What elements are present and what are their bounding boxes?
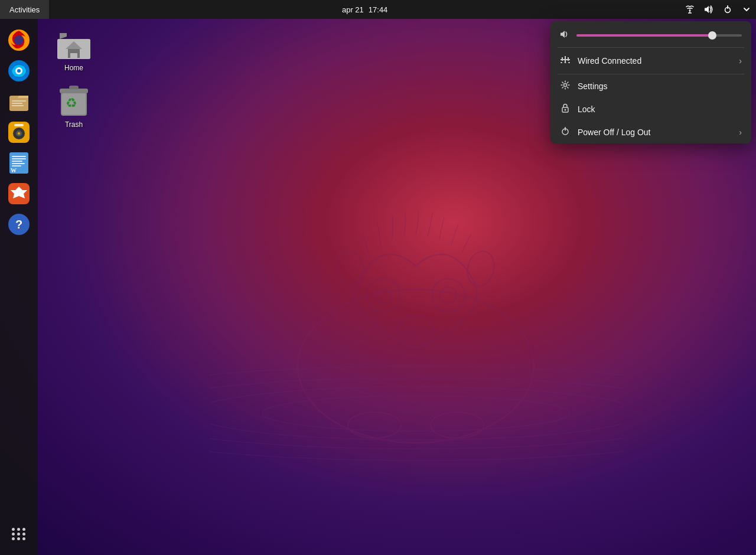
svg-rect-37 xyxy=(12,158,26,159)
trash-icon-label: Trash xyxy=(65,120,83,129)
dock: W ? xyxy=(0,19,38,555)
svg-point-16 xyxy=(689,9,691,11)
desktop-wallpaper-hippo xyxy=(209,118,623,472)
svg-rect-27 xyxy=(12,100,26,102)
svg-point-3 xyxy=(262,396,569,431)
lock-label: Lock xyxy=(578,105,742,114)
svg-rect-49 xyxy=(60,89,88,93)
svg-point-59 xyxy=(564,84,567,87)
svg-point-33 xyxy=(18,132,20,135)
network-wired-icon xyxy=(560,55,571,67)
svg-rect-39 xyxy=(12,163,25,164)
svg-rect-50 xyxy=(69,86,79,89)
power-off-icon xyxy=(560,126,571,138)
network-icon[interactable] xyxy=(680,0,699,19)
svg-point-8 xyxy=(440,287,457,303)
svg-rect-38 xyxy=(12,161,22,162)
activities-label: Activities xyxy=(9,5,40,14)
svg-point-0 xyxy=(209,366,623,461)
dock-item-help[interactable]: ? xyxy=(5,210,33,239)
wired-chevron-icon: › xyxy=(739,56,742,66)
svg-point-15 xyxy=(431,412,484,438)
dock-item-thunderbird[interactable] xyxy=(5,57,33,85)
svg-rect-53 xyxy=(562,57,563,61)
volume-thumb xyxy=(708,31,716,40)
show-apps-button[interactable] xyxy=(5,520,33,548)
power-chevron-icon: › xyxy=(739,128,742,137)
home-icon-label: Home xyxy=(64,64,83,72)
desktop-icons: Home ♻ Trash xyxy=(47,24,100,132)
power-label: Power Off / Log Out xyxy=(578,128,732,137)
topbar-right xyxy=(680,0,756,19)
volume-track xyxy=(576,34,742,37)
volume-fill xyxy=(576,34,712,37)
svg-rect-56 xyxy=(561,62,562,63)
lock-menu-item[interactable]: Lock xyxy=(550,97,751,120)
svg-rect-29 xyxy=(12,105,24,106)
svg-point-10 xyxy=(406,327,414,332)
dock-item-files[interactable] xyxy=(5,87,33,116)
dock-item-writer[interactable]: W xyxy=(5,149,33,177)
svg-point-6 xyxy=(375,287,392,303)
trash-can-icon: ♻ xyxy=(57,84,90,117)
activities-button[interactable]: Activities xyxy=(0,0,49,19)
wired-connected-row[interactable]: Wired Connected › xyxy=(550,48,751,74)
wired-label: Wired Connected xyxy=(578,56,732,66)
svg-text:♻: ♻ xyxy=(66,96,77,110)
svg-point-9 xyxy=(398,317,434,338)
svg-rect-28 xyxy=(12,103,22,104)
dock-item-software[interactable] xyxy=(5,179,33,208)
volume-control-icon xyxy=(560,30,571,41)
volume-row xyxy=(550,21,751,47)
svg-point-61 xyxy=(565,109,566,111)
power-menu-item[interactable]: Power Off / Log Out › xyxy=(550,120,751,143)
svg-point-1 xyxy=(209,378,623,449)
svg-rect-36 xyxy=(12,156,26,157)
dock-item-rhythmbox[interactable] xyxy=(5,118,33,146)
svg-rect-57 xyxy=(565,62,566,63)
topbar-menu-chevron[interactable] xyxy=(737,0,756,19)
svg-point-12 xyxy=(334,248,368,289)
system-menu-popup: Wired Connected › Settings Lock xyxy=(550,21,751,143)
svg-point-11 xyxy=(418,327,426,332)
settings-label: Settings xyxy=(578,81,742,91)
topbar-date: apr 21 xyxy=(342,5,364,14)
svg-rect-55 xyxy=(568,57,569,61)
svg-text:?: ? xyxy=(15,218,22,231)
svg-point-25 xyxy=(17,69,21,73)
desktop-icon-trash[interactable]: ♻ Trash xyxy=(47,80,100,132)
topbar: Activities apr 21 17:44 xyxy=(0,0,756,19)
svg-point-14 xyxy=(348,412,401,438)
svg-rect-40 xyxy=(12,165,21,166)
desktop-icon-home[interactable]: Home xyxy=(47,24,100,76)
dock-item-firefox[interactable] xyxy=(5,26,33,54)
volume-icon[interactable] xyxy=(699,0,718,19)
volume-slider[interactable] xyxy=(576,34,742,37)
topbar-datetime: apr 21 17:44 xyxy=(342,5,387,14)
lock-icon xyxy=(560,103,571,115)
settings-gear-icon xyxy=(560,80,571,92)
svg-point-13 xyxy=(464,248,498,289)
home-folder-icon xyxy=(57,27,90,60)
apps-grid-icon xyxy=(12,528,26,540)
svg-rect-58 xyxy=(568,62,570,63)
svg-text:W: W xyxy=(11,167,17,174)
svg-point-22 xyxy=(14,35,24,45)
svg-rect-54 xyxy=(565,56,566,62)
topbar-time: 17:44 xyxy=(369,5,388,14)
power-icon[interactable] xyxy=(718,0,737,19)
settings-menu-item[interactable]: Settings xyxy=(550,74,751,97)
svg-rect-34 xyxy=(14,124,24,126)
svg-point-2 xyxy=(209,387,623,440)
